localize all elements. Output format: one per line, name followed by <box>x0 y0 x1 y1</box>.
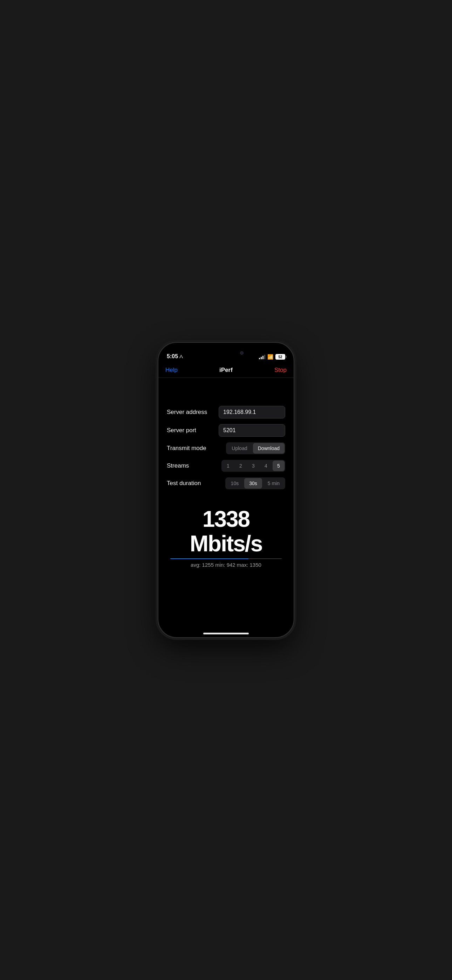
wifi-icon: 📶 <box>267 354 273 360</box>
camera-dot <box>240 351 244 355</box>
download-button[interactable]: Download <box>253 443 285 453</box>
speed-value: 1338 Mbits/s <box>167 507 285 556</box>
server-port-label: Server port <box>167 427 196 434</box>
status-time: 5:05 <box>167 353 183 360</box>
dynamic-island <box>205 347 247 359</box>
duration-5min-button[interactable]: 5 min <box>263 478 285 488</box>
stop-button[interactable]: Stop <box>274 367 286 374</box>
stream-3-button[interactable]: 3 <box>247 461 259 471</box>
location-icon <box>180 355 183 358</box>
stream-5-button[interactable]: 5 <box>272 461 285 471</box>
duration-10s-button[interactable]: 10s <box>226 478 244 488</box>
home-indicator <box>203 633 249 635</box>
form-section: Server address Server port Transmit mode… <box>167 406 285 489</box>
battery-icon: 52 <box>275 354 285 360</box>
server-port-input[interactable] <box>219 424 285 437</box>
server-address-row: Server address <box>167 406 285 418</box>
upload-button[interactable]: Upload <box>227 443 252 453</box>
server-port-row: Server port <box>167 424 285 437</box>
streams-control: 1 2 3 4 5 <box>221 460 285 472</box>
speed-section: 1338 Mbits/s avg: 1255 min: 942 max: 135… <box>167 507 285 568</box>
speed-stats: avg: 1255 min: 942 max: 1350 <box>167 562 285 568</box>
main-content: Server address Server port Transmit mode… <box>158 378 294 637</box>
speed-underline <box>170 558 282 559</box>
transmit-mode-row: Transmit mode Upload Download <box>167 442 285 454</box>
status-icons: 📶 52 <box>259 354 285 360</box>
test-duration-row: Test duration 10s 30s 5 min <box>167 477 285 489</box>
streams-label: Streams <box>167 462 189 469</box>
stream-1-button[interactable]: 1 <box>222 461 234 471</box>
help-button[interactable]: Help <box>166 367 178 374</box>
nav-bar: Help iPerf Stop <box>158 363 294 378</box>
server-address-input[interactable] <box>219 406 285 418</box>
transmit-mode-label: Transmit mode <box>167 445 206 452</box>
transmit-mode-control: Upload Download <box>226 442 285 454</box>
page-title: iPerf <box>220 367 232 374</box>
stream-4-button[interactable]: 4 <box>260 461 272 471</box>
duration-control: 10s 30s 5 min <box>225 477 285 489</box>
stream-2-button[interactable]: 2 <box>235 461 247 471</box>
time-label: 5:05 <box>167 353 178 360</box>
test-duration-label: Test duration <box>167 480 201 487</box>
signal-icon <box>259 354 265 359</box>
duration-30s-button[interactable]: 30s <box>244 478 262 488</box>
phone-frame: 5:05 📶 52 Help iPerf Stop <box>158 342 294 638</box>
server-address-label: Server address <box>167 409 207 416</box>
streams-row: Streams 1 2 3 4 5 <box>167 460 285 472</box>
